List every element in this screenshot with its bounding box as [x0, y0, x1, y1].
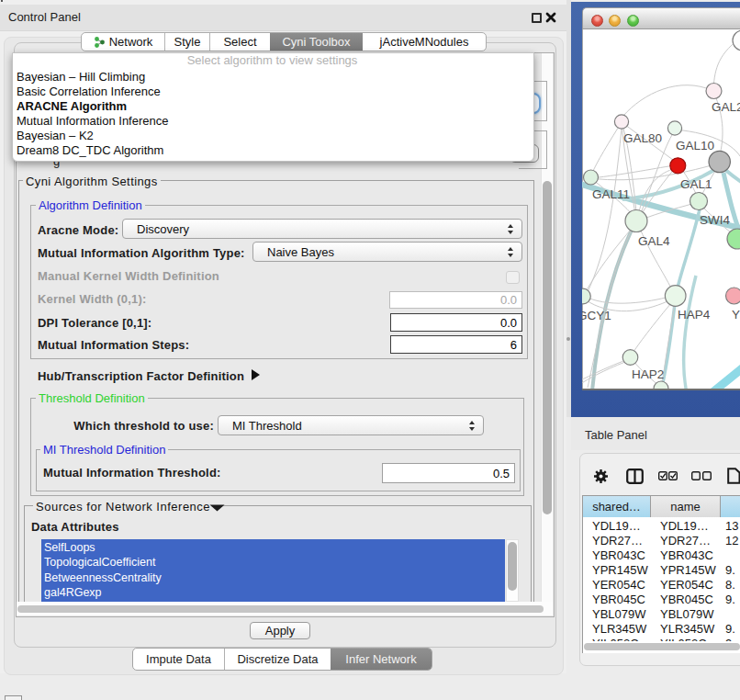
svg-text:SWI4: SWI4: [700, 213, 730, 227]
svg-text:GAL10: GAL10: [676, 139, 714, 152]
svg-text:GCY1: GCY1: [582, 309, 611, 322]
svg-text:HAP2: HAP2: [632, 367, 664, 381]
svg-text:GAL1: GAL1: [680, 177, 712, 191]
svg-text:YJ: YJ: [732, 308, 740, 322]
svg-text:GAL2: GAL2: [712, 100, 740, 114]
svg-text:GAL4: GAL4: [638, 234, 670, 248]
svg-text:GAL11: GAL11: [592, 187, 630, 201]
svg-text:GAL80: GAL80: [623, 131, 662, 145]
svg-text:HAP4: HAP4: [678, 308, 711, 322]
